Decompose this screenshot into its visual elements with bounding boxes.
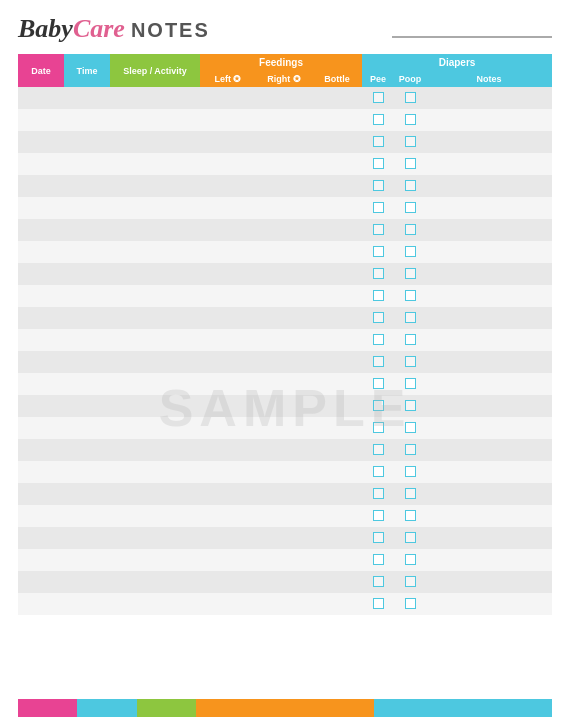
poop-checkbox[interactable]: [405, 202, 416, 213]
pee-checkbox[interactable]: [373, 444, 384, 455]
pee-checkbox[interactable]: [373, 510, 384, 521]
cell-pee[interactable]: [362, 549, 394, 571]
cell-poop[interactable]: [394, 593, 426, 615]
cell-bottle: [312, 505, 362, 527]
cell-pee[interactable]: [362, 263, 394, 285]
cell-pee[interactable]: [362, 131, 394, 153]
poop-checkbox[interactable]: [405, 114, 416, 125]
table-row: [18, 395, 552, 417]
cell-pee[interactable]: [362, 527, 394, 549]
cell-pee[interactable]: [362, 329, 394, 351]
cell-poop[interactable]: [394, 131, 426, 153]
pee-checkbox[interactable]: [373, 202, 384, 213]
pee-checkbox[interactable]: [373, 400, 384, 411]
cell-poop[interactable]: [394, 153, 426, 175]
cell-pee[interactable]: [362, 373, 394, 395]
cell-pee[interactable]: [362, 439, 394, 461]
poop-checkbox[interactable]: [405, 136, 416, 147]
pee-checkbox[interactable]: [373, 532, 384, 543]
poop-checkbox[interactable]: [405, 92, 416, 103]
pee-checkbox[interactable]: [373, 290, 384, 301]
cell-poop[interactable]: [394, 219, 426, 241]
cell-pee[interactable]: [362, 571, 394, 593]
pee-checkbox[interactable]: [373, 576, 384, 587]
poop-checkbox[interactable]: [405, 422, 416, 433]
pee-checkbox[interactable]: [373, 334, 384, 345]
cell-pee[interactable]: [362, 285, 394, 307]
cell-pee[interactable]: [362, 241, 394, 263]
poop-checkbox[interactable]: [405, 510, 416, 521]
poop-checkbox[interactable]: [405, 246, 416, 257]
cell-pee[interactable]: [362, 417, 394, 439]
poop-checkbox[interactable]: [405, 268, 416, 279]
cell-poop[interactable]: [394, 263, 426, 285]
pee-checkbox[interactable]: [373, 554, 384, 565]
cell-poop[interactable]: [394, 527, 426, 549]
cell-poop[interactable]: [394, 549, 426, 571]
poop-checkbox[interactable]: [405, 598, 416, 609]
poop-checkbox[interactable]: [405, 378, 416, 389]
cell-pee[interactable]: [362, 395, 394, 417]
pee-checkbox[interactable]: [373, 158, 384, 169]
poop-checkbox[interactable]: [405, 224, 416, 235]
cell-pee[interactable]: [362, 109, 394, 131]
cell-pee[interactable]: [362, 175, 394, 197]
poop-checkbox[interactable]: [405, 334, 416, 345]
cell-poop[interactable]: [394, 87, 426, 109]
pee-checkbox[interactable]: [373, 114, 384, 125]
cell-pee[interactable]: [362, 505, 394, 527]
cell-sleep: [110, 373, 200, 395]
cell-feeding-left: [200, 87, 256, 109]
pee-checkbox[interactable]: [373, 180, 384, 191]
cell-poop[interactable]: [394, 417, 426, 439]
cell-poop[interactable]: [394, 373, 426, 395]
cell-poop[interactable]: [394, 329, 426, 351]
pee-checkbox[interactable]: [373, 92, 384, 103]
poop-checkbox[interactable]: [405, 180, 416, 191]
poop-checkbox[interactable]: [405, 356, 416, 367]
poop-checkbox[interactable]: [405, 466, 416, 477]
cell-poop[interactable]: [394, 241, 426, 263]
pee-checkbox[interactable]: [373, 488, 384, 499]
pee-checkbox[interactable]: [373, 224, 384, 235]
pee-checkbox[interactable]: [373, 136, 384, 147]
poop-checkbox[interactable]: [405, 312, 416, 323]
cell-pee[interactable]: [362, 483, 394, 505]
cell-poop[interactable]: [394, 175, 426, 197]
pee-checkbox[interactable]: [373, 312, 384, 323]
cell-pee[interactable]: [362, 461, 394, 483]
poop-checkbox[interactable]: [405, 576, 416, 587]
pee-checkbox[interactable]: [373, 246, 384, 257]
cell-pee[interactable]: [362, 197, 394, 219]
cell-poop[interactable]: [394, 307, 426, 329]
pee-checkbox[interactable]: [373, 356, 384, 367]
poop-checkbox[interactable]: [405, 488, 416, 499]
cell-poop[interactable]: [394, 505, 426, 527]
cell-poop[interactable]: [394, 439, 426, 461]
cell-poop[interactable]: [394, 351, 426, 373]
cell-pee[interactable]: [362, 307, 394, 329]
pee-checkbox[interactable]: [373, 268, 384, 279]
cell-poop[interactable]: [394, 197, 426, 219]
cell-poop[interactable]: [394, 483, 426, 505]
cell-poop[interactable]: [394, 285, 426, 307]
cell-pee[interactable]: [362, 593, 394, 615]
cell-pee[interactable]: [362, 351, 394, 373]
cell-poop[interactable]: [394, 109, 426, 131]
cell-pee[interactable]: [362, 219, 394, 241]
pee-checkbox[interactable]: [373, 598, 384, 609]
pee-checkbox[interactable]: [373, 466, 384, 477]
pee-checkbox[interactable]: [373, 422, 384, 433]
poop-checkbox[interactable]: [405, 532, 416, 543]
cell-poop[interactable]: [394, 461, 426, 483]
cell-poop[interactable]: [394, 571, 426, 593]
poop-checkbox[interactable]: [405, 290, 416, 301]
cell-poop[interactable]: [394, 395, 426, 417]
poop-checkbox[interactable]: [405, 400, 416, 411]
poop-checkbox[interactable]: [405, 554, 416, 565]
poop-checkbox[interactable]: [405, 158, 416, 169]
poop-checkbox[interactable]: [405, 444, 416, 455]
cell-pee[interactable]: [362, 153, 394, 175]
cell-pee[interactable]: [362, 87, 394, 109]
pee-checkbox[interactable]: [373, 378, 384, 389]
